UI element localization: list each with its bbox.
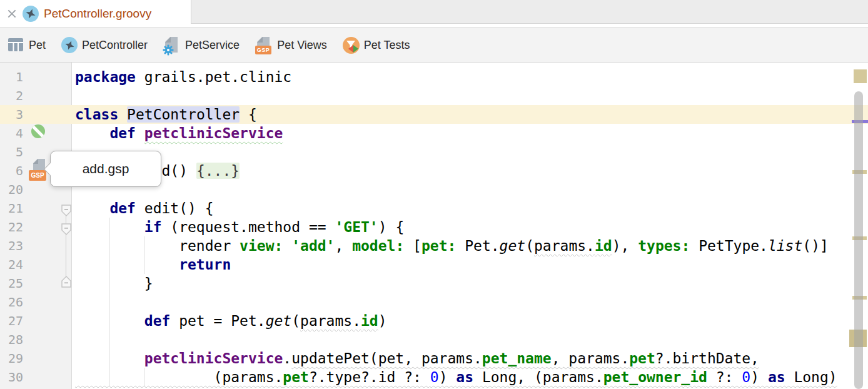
- line-number[interactable]: 21: [0, 199, 23, 218]
- code-line[interactable]: 28: [0, 330, 868, 349]
- service-file-gear-icon: [163, 36, 181, 54]
- related-items-toolbar: Pet PetController: [0, 28, 868, 63]
- line-number[interactable]: 4: [0, 124, 23, 143]
- code-text: [73, 293, 868, 311]
- indent-guide: [109, 218, 110, 386]
- code-text: [73, 180, 868, 199]
- toolbar-item-label: PetController: [82, 39, 148, 52]
- line-number[interactable]: 29: [0, 349, 23, 368]
- ide-window: PetController.groovy Pet PetController: [0, 0, 868, 389]
- code-text: if (request.method == 'GET') {: [73, 218, 868, 236]
- line-number[interactable]: 25: [0, 274, 23, 293]
- line-number[interactable]: 1: [0, 68, 23, 86]
- gsp-badge: GSP: [255, 46, 271, 54]
- indent-guide: [144, 236, 145, 274]
- toolbar-item-label: PetService: [185, 39, 240, 52]
- line-number[interactable]: 24: [0, 255, 23, 274]
- line-number[interactable]: 28: [0, 330, 23, 349]
- code-line[interactable]: 22 if (request.method == 'GET') {: [0, 218, 868, 236]
- toolbar-item-pet-views[interactable]: GSP Pet Views: [255, 36, 327, 54]
- code-line[interactable]: 2: [0, 86, 868, 105]
- code-text: def edit() {: [73, 199, 868, 218]
- fold-marker-collapse-end[interactable]: [61, 276, 71, 288]
- groovy-controller-icon: [61, 37, 78, 53]
- line-number[interactable]: 30: [0, 368, 23, 386]
- empty-tab-strip: [191, 0, 868, 24]
- code-editor[interactable]: 1package grails.pet.clinic23class PetCon…: [0, 63, 868, 389]
- indent-guide: [144, 368, 145, 386]
- stripe-marker[interactable]: [854, 69, 867, 83]
- tab-title: PetController.groovy: [44, 7, 151, 21]
- toolbar-item-pet[interactable]: Pet: [8, 36, 46, 54]
- gsp-file-icon: GSP: [255, 36, 273, 54]
- toolbar-item-label: Pet Views: [277, 39, 327, 52]
- tab-petcontroller-groovy[interactable]: PetController.groovy: [0, 0, 191, 28]
- toolbar-item-pet-tests[interactable]: Pet Tests: [343, 37, 410, 54]
- line-number[interactable]: 23: [0, 236, 23, 255]
- code-line[interactable]: 23 render view: 'add', model: [pet: Pet.…: [0, 236, 868, 255]
- bean-injection-gutter-icon[interactable]: [31, 124, 45, 138]
- code-line[interactable]: 27 def pet = Pet.get(params.id): [0, 311, 868, 330]
- close-tab-icon[interactable]: [6, 8, 18, 20]
- code-text: def add() {...}: [73, 161, 868, 180]
- code-text: }: [73, 274, 868, 293]
- code-text: petclinicService.updatePet(pet, params.p…: [73, 349, 868, 368]
- groovy-file-icon: [23, 6, 39, 22]
- code-text: class PetController {: [73, 105, 868, 124]
- code-line[interactable]: 3class PetController {: [0, 105, 868, 124]
- toolbar-item-label: Pet Tests: [364, 39, 410, 52]
- code-text: [73, 330, 868, 349]
- code-line[interactable]: 30 (params.pet?.type?.id ?: 0) as Long, …: [0, 368, 868, 386]
- test-funnel-icon: [343, 37, 360, 54]
- toolbar-item-petcontroller[interactable]: PetController: [61, 37, 148, 53]
- line-number[interactable]: 20: [0, 180, 23, 199]
- line-number[interactable]: 3: [0, 105, 23, 124]
- code-line[interactable]: 21 def edit() {: [0, 199, 868, 218]
- line-number[interactable]: 27: [0, 311, 23, 330]
- tooltip-text: add.gsp: [83, 161, 129, 176]
- code-text: return: [73, 255, 868, 274]
- code-text: package grails.pet.clinic: [73, 68, 868, 86]
- code-text: [73, 86, 868, 105]
- code-line[interactable]: 26: [0, 293, 868, 311]
- domain-class-table-icon: [8, 36, 24, 54]
- line-number[interactable]: 6: [0, 161, 23, 180]
- code-text: (params.pet?.type?.id ?: 0) as Long, (pa…: [73, 368, 868, 386]
- run-test-red-arrow: [348, 45, 353, 53]
- line-number[interactable]: 5: [0, 143, 23, 161]
- code-text: def pet = Pet.get(params.id): [73, 311, 868, 330]
- code-line[interactable]: 25 }: [0, 274, 868, 293]
- gutter-popup-add-gsp[interactable]: add.gsp: [50, 151, 161, 187]
- fold-connector-line: [66, 209, 66, 284]
- code-line[interactable]: 24 return: [0, 255, 868, 274]
- code-text: def petclinicService: [73, 124, 868, 143]
- editor-tab-bar: PetController.groovy: [0, 0, 868, 28]
- fold-marker-collapse[interactable]: [61, 223, 71, 235]
- fold-marker-collapse[interactable]: [61, 205, 71, 216]
- code-text: [73, 143, 868, 161]
- gsp-gutter-badge[interactable]: GSP: [29, 170, 46, 181]
- run-test-green-arrow: [353, 45, 358, 53]
- code-lines: 1package grails.pet.clinic23class PetCon…: [0, 68, 868, 386]
- toolbar-item-petservice[interactable]: PetService: [163, 36, 240, 54]
- code-text: render view: 'add', model: [pet: Pet.get…: [73, 236, 868, 255]
- line-number[interactable]: 22: [0, 218, 23, 236]
- scrollbar-thumb[interactable]: [854, 91, 863, 389]
- toolbar-item-label: Pet: [29, 39, 46, 52]
- line-number[interactable]: 26: [0, 293, 23, 311]
- code-line[interactable]: 29 petclinicService.updatePet(pet, param…: [0, 349, 868, 368]
- line-number[interactable]: 2: [0, 86, 23, 105]
- code-line[interactable]: 1package grails.pet.clinic: [0, 68, 868, 86]
- code-line[interactable]: 4 def petclinicService: [0, 124, 868, 143]
